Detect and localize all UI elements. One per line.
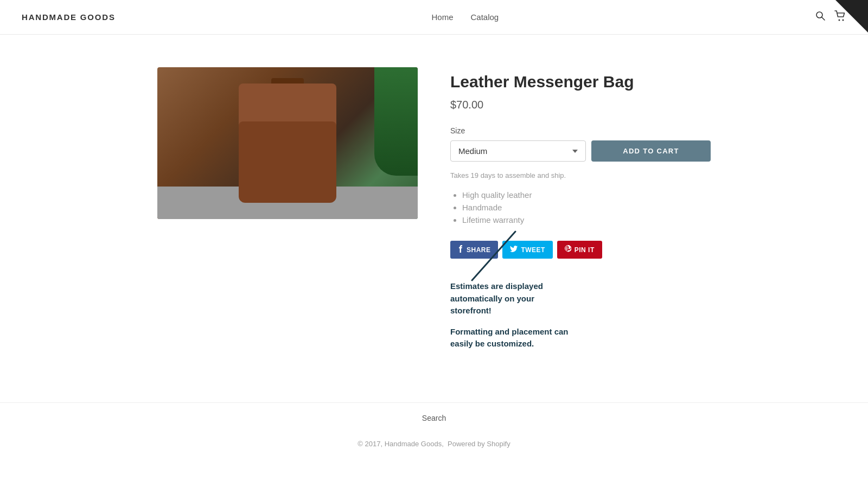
features-list: High quality leather Handmade Lifetime w… [450, 190, 711, 224]
svg-line-1 [821, 17, 825, 21]
share-label: SHARE [467, 246, 490, 254]
tweet-label: TWEET [521, 246, 545, 254]
facebook-icon [458, 245, 463, 254]
annotation-line2: Formatting and placement can easily be c… [450, 326, 570, 350]
svg-marker-6 [510, 226, 524, 240]
product-title: Leather Messenger Bag [450, 73, 711, 91]
main-nav: Home Catalog [431, 12, 499, 22]
feature-1: High quality leather [462, 190, 711, 200]
feature-3: Lifetime warranty [462, 215, 711, 224]
header: HANDMADE GOODS Home Catalog [0, 0, 868, 35]
feature-2: Handmade [462, 203, 711, 212]
product-image [157, 67, 418, 219]
search-icon[interactable] [815, 10, 826, 24]
footer-copyright: © 2017, Handmade Goods, Powered by Shopi… [0, 433, 868, 454]
copyright-text: © 2017, Handmade Goods [358, 440, 442, 448]
annotation-line1: Estimates are displayed automatically on… [450, 280, 570, 317]
share-facebook-button[interactable]: SHARE [450, 241, 498, 259]
add-to-cart-button[interactable]: ADD TO CART [591, 140, 711, 162]
product-image-wrapper [157, 67, 418, 359]
footer-search-link[interactable]: Search [422, 414, 446, 422]
svg-point-3 [842, 20, 844, 21]
annotation-wrapper: Estimates are displayed automatically on… [450, 280, 711, 350]
header-actions [815, 10, 846, 24]
share-pinterest-button[interactable]: PIN IT [557, 241, 602, 259]
svg-point-2 [838, 20, 840, 21]
annotation-text: Estimates are displayed automatically on… [450, 280, 570, 350]
brand-logo[interactable]: HANDMADE GOODS [22, 12, 116, 22]
footer-links: Search [0, 402, 868, 433]
share-twitter-button[interactable]: TWEET [502, 241, 552, 259]
nav-home[interactable]: Home [431, 12, 453, 22]
cart-icon[interactable] [834, 10, 846, 24]
social-buttons: SHARE TWEET PIN IT [450, 241, 711, 259]
plant-decoration [374, 67, 418, 176]
bag-body [239, 121, 336, 203]
pin-label: PIN IT [575, 246, 595, 254]
pinterest-icon [565, 245, 571, 254]
size-label: Size [450, 126, 711, 135]
twitter-icon [510, 246, 518, 254]
nav-catalog[interactable]: Catalog [471, 12, 499, 22]
product-info: Leather Messenger Bag $70.00 Size Small … [450, 67, 711, 359]
size-select[interactable]: Small Medium Large [450, 140, 586, 162]
bag-flap [239, 84, 336, 127]
powered-by-link[interactable]: Powered by Shopify [448, 440, 510, 448]
main-content: Leather Messenger Bag $70.00 Size Small … [136, 35, 732, 381]
shipping-note: Takes 19 days to assemble and ship. [450, 171, 711, 179]
product-price: $70.00 [450, 99, 711, 111]
size-cart-row: Small Medium Large ADD TO CART [450, 140, 711, 162]
